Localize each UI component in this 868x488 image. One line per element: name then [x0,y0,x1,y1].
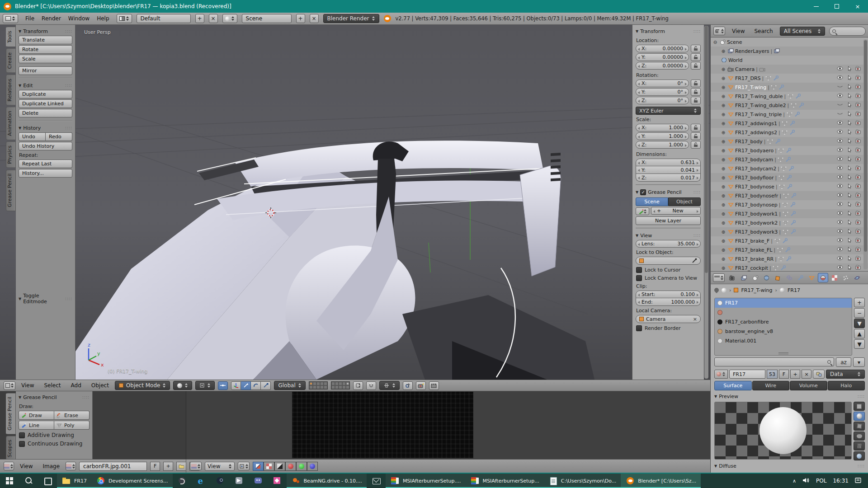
material-type-tab[interactable]: Volume [790,381,827,390]
preview-cube-button[interactable] [854,422,865,431]
list-resize-handle[interactable] [778,352,788,354]
gp-new-layer-button[interactable]: New Layer [636,216,701,225]
renderability-toggle[interactable] [855,102,861,109]
outliner-item-label[interactable]: FR17_bodywork1 [735,211,778,217]
render-border-checkbox[interactable] [636,325,642,331]
outliner-item-label[interactable]: FR17_bodyfloor [735,175,774,181]
selectability-toggle[interactable] [847,165,852,172]
expand-icon[interactable]: ⊕ [721,166,726,171]
nodes-button[interactable] [813,370,825,379]
selectability-toggle[interactable] [847,75,852,82]
viewport-3d[interactable]: z x y User Persp (0) FR17_T-wing ToolsCr… [0,25,710,380]
viewport-menu-item[interactable]: Select [41,381,63,389]
tab-texture-icon[interactable] [829,273,840,282]
channel-z-button[interactable] [274,462,285,471]
rotation-mode-dropdown[interactable]: XYZ Euler [636,107,701,115]
tab-world-icon[interactable] [761,273,772,282]
selectability-toggle[interactable] [847,111,852,118]
panel-edit-header[interactable]: ▼Edit:::: [19,81,72,90]
outliner-item-label[interactable]: Camera [735,66,755,72]
outliner-row[interactable]: ⊖ ⊕ FR17_bodyaero | [711,146,868,155]
snap-target-button[interactable] [403,381,413,390]
lock-icon[interactable] [691,80,701,87]
selectability-toggle[interactable] [847,129,852,136]
manipulator-axes-icon[interactable] [231,381,241,390]
material-slot[interactable] [715,308,852,317]
outliner-search-field[interactable] [829,27,866,36]
layout-name[interactable]: Default [137,14,191,23]
users-count-button[interactable]: 53 [767,370,778,379]
renderability-toggle[interactable] [855,147,861,154]
channel-b-button[interactable] [307,462,318,471]
tab-material-icon[interactable] [818,273,828,282]
selectability-toggle[interactable] [847,84,852,91]
selectability-toggle[interactable] [847,102,852,109]
visibility-toggle[interactable] [837,202,843,208]
editor-type-properties[interactable] [713,273,725,282]
tab-physics-icon[interactable] [852,273,862,282]
scale-z-field[interactable]: Z:1.000 [636,141,689,149]
image-menu-item[interactable]: Image [40,462,62,470]
visibility-toggle[interactable] [837,256,843,263]
editor-type-outliner[interactable] [713,27,725,35]
rotation-x-field[interactable]: X:0° [636,80,689,87]
editor-type-image[interactable] [4,462,14,470]
outliner-item-label[interactable]: World [728,57,743,63]
image-editor-tab[interactable]: Grease Pencil [6,393,16,434]
selectability-toggle[interactable] [847,120,852,127]
delete-layout-button[interactable]: × [209,14,218,23]
toolshelf-tab[interactable]: Physics [6,141,16,168]
gp-erase-button[interactable]: Erase [54,411,90,420]
panel-grease-pencil-header[interactable]: ▼✓Grease Pencil:::: [636,188,701,197]
panel-view-header[interactable]: ▼View:::: [636,231,701,240]
layers-widget-2[interactable] [331,381,350,389]
material-name-field[interactable]: FR17 [729,370,765,379]
viewport-canvas[interactable]: z x y [0,25,710,380]
npanel-scrollbar[interactable] [704,26,708,379]
new-image-button[interactable]: + [163,462,173,471]
outliner-row[interactable]: ⊖ ⊕ FR17_bodywork1 | [711,209,868,218]
local-camera-field[interactable]: Camera× [636,315,701,323]
lock-icon[interactable] [691,124,701,131]
tab-renderlayers-icon[interactable] [739,273,749,282]
snap-element-dropdown[interactable] [379,381,400,390]
renderability-toggle[interactable] [855,174,861,181]
add-layout-button[interactable]: + [195,14,204,23]
slot-move-up-button[interactable]: ▲ [854,329,865,338]
outliner-row[interactable]: ⊖ ⊕ FR17_T-wing_duble | [711,92,868,101]
gp-line-button[interactable]: Line [19,421,54,430]
lock-camera-checkbox[interactable] [636,275,642,281]
undo-history-button[interactable]: Undo History [19,142,72,150]
lock-to-object-field[interactable] [636,257,701,265]
toolshelf-tab[interactable]: Tools [6,27,16,47]
renderability-toggle[interactable] [855,138,861,145]
slot-move-down-button[interactable]: ▼ [854,339,865,349]
tab-data-icon[interactable] [807,273,817,282]
taskbar-item[interactable] [268,474,287,488]
material-browse-button[interactable] [714,370,728,379]
taskbar-item[interactable] [211,474,230,488]
editor-type-3dview[interactable] [4,381,15,390]
expand-icon[interactable]: ⊕ [721,221,726,225]
close-button[interactable]: × [847,0,868,13]
renderability-toggle[interactable] [855,84,861,91]
tab-modifiers-icon[interactable] [795,273,806,282]
toolshelf-tab[interactable]: Grease Pencil [6,169,16,211]
outliner-item-label[interactable]: RenderLayers [735,48,769,54]
clock[interactable]: 16:31 [833,478,849,484]
pivot-dropdown[interactable] [195,381,215,390]
fake-user-button[interactable]: F [779,370,789,379]
renderability-toggle[interactable] [855,93,861,100]
selectability-toggle[interactable] [847,174,852,181]
expand-icon[interactable]: ⊕ [721,248,726,253]
pin-icon[interactable] [713,287,720,293]
outliner-item-label[interactable]: Scene [727,39,742,45]
renderability-toggle[interactable] [855,220,861,226]
outliner-row[interactable]: ⊖ ⊕ Scene | [711,38,868,47]
visibility-toggle[interactable] [837,183,843,190]
mode-dropdown[interactable]: Object Mode [115,381,170,390]
outliner-item-label[interactable]: FR17_DRS [735,75,761,81]
taskbar-item[interactable]: Blender* [C:\Users\Sz... [621,474,701,488]
clip-start-field[interactable]: Start:0.100 [636,291,701,298]
renderability-toggle[interactable] [855,256,861,263]
